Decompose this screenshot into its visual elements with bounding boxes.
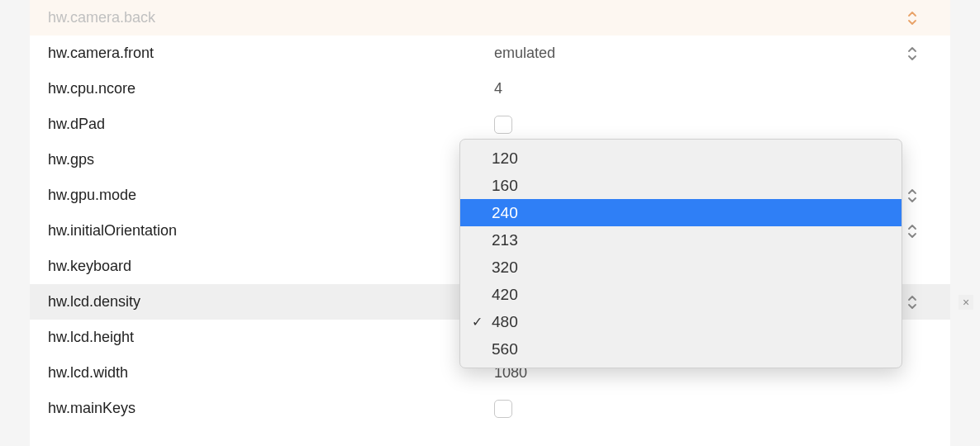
property-row[interactable]: hw.dPad xyxy=(30,107,950,142)
dropdown-option[interactable]: 120 xyxy=(460,145,902,172)
stepper-icon[interactable] xyxy=(907,45,919,62)
property-key: hw.camera.back xyxy=(30,0,483,36)
dropdown-option-label: 420 xyxy=(492,286,518,304)
dropdown-option[interactable]: 320 xyxy=(460,254,902,281)
stepper-icon[interactable] xyxy=(907,223,919,240)
property-key: hw.cpu.ncore xyxy=(30,71,483,107)
dropdown-option-label: 213 xyxy=(492,231,518,249)
property-key: hw.gps xyxy=(30,142,483,178)
property-value[interactable] xyxy=(483,391,950,426)
value-text: emulated xyxy=(494,45,555,62)
property-key: hw.keyboard xyxy=(30,249,483,284)
property-key: hw.dPad xyxy=(30,107,483,142)
dropdown-option-label: 480 xyxy=(492,313,518,331)
property-key: hw.lcd.height xyxy=(30,320,483,355)
property-key: hw.initialOrientation xyxy=(30,213,483,249)
property-row[interactable]: hw.camera.back xyxy=(30,0,950,36)
stepper-icon[interactable] xyxy=(907,10,919,26)
property-value[interactable]: 4 xyxy=(483,71,950,107)
dropdown-option[interactable]: ✓480 xyxy=(460,308,902,335)
property-key: hw.mainKeys xyxy=(30,391,483,426)
dropdown-option[interactable]: 213 xyxy=(460,226,902,254)
dropdown-option-label: 120 xyxy=(492,149,518,168)
property-key: hw.lcd.density xyxy=(30,284,483,320)
dropdown-option[interactable]: 560 xyxy=(460,335,902,363)
density-dropdown[interactable]: 120160240213320420✓480560 xyxy=(459,139,902,368)
stepper-icon[interactable] xyxy=(907,294,919,311)
property-value[interactable]: emulated xyxy=(483,36,950,71)
property-row[interactable]: hw.cpu.ncore4 xyxy=(30,71,950,107)
property-key: hw.camera.front xyxy=(30,36,483,71)
property-value[interactable] xyxy=(483,107,950,142)
checkbox-input[interactable] xyxy=(494,400,512,418)
value-text: 4 xyxy=(494,80,502,97)
property-key: hw.lcd.width xyxy=(30,355,483,391)
dropdown-option-label: 560 xyxy=(492,340,518,358)
property-row[interactable]: hw.mainKeys xyxy=(30,391,950,426)
property-key: hw.gpu.mode xyxy=(30,178,483,213)
dropdown-option[interactable]: 420 xyxy=(460,281,902,308)
checkbox-input[interactable] xyxy=(494,116,512,134)
stepper-icon[interactable] xyxy=(907,187,919,204)
close-icon[interactable]: × xyxy=(959,295,973,310)
dropdown-option-label: 240 xyxy=(492,204,518,222)
dropdown-option[interactable]: 160 xyxy=(460,172,902,199)
dropdown-option[interactable]: 240 xyxy=(460,199,902,226)
property-value[interactable] xyxy=(483,0,950,36)
property-row[interactable]: hw.camera.frontemulated xyxy=(30,36,950,71)
dropdown-option-label: 320 xyxy=(492,259,518,277)
dropdown-option-label: 160 xyxy=(492,177,518,195)
checkmark-icon: ✓ xyxy=(472,314,483,330)
